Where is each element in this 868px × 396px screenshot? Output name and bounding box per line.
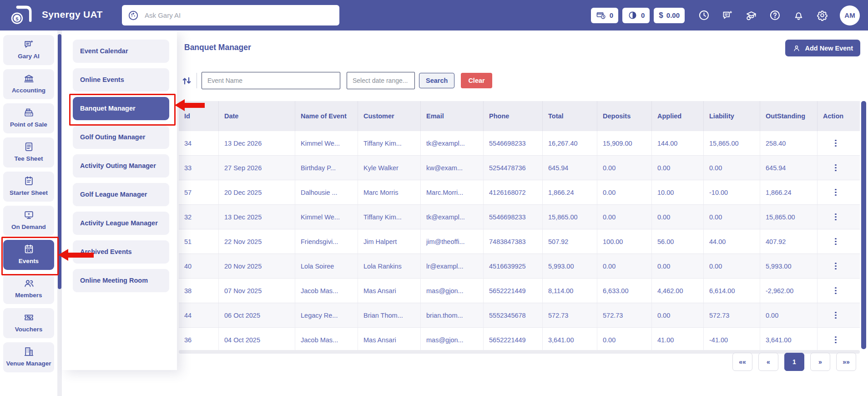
row-actions-button[interactable]: [835, 263, 837, 270]
cell-date: 13 Dec 2025: [219, 205, 295, 229]
event-name-input[interactable]: [202, 72, 340, 89]
search-button[interactable]: Search: [419, 73, 454, 88]
cell-total: 3,641.00: [543, 328, 597, 352]
column-header-date: Date: [219, 101, 295, 131]
cell-liability: -10.00: [704, 180, 760, 204]
cell-email: jim@theoffi...: [421, 229, 484, 254]
pagination-first[interactable]: ««: [732, 353, 752, 371]
header-badge-card-clock-icon[interactable]: 0: [591, 8, 618, 23]
cell-liability: 15,865.00: [704, 131, 760, 155]
ask-gary-search[interactable]: [122, 5, 339, 25]
cell-total: 15,865.00: [543, 205, 597, 229]
cell-email: kw@exam...: [421, 156, 484, 180]
cell-phone: 5552345678: [484, 303, 543, 327]
row-actions-button[interactable]: [835, 189, 837, 196]
gary-ai-icon: [127, 10, 139, 21]
cell-customer: Marc Morris: [358, 180, 421, 204]
feedback-icon[interactable]: [722, 9, 734, 21]
cell-name-of-event: Jacob Mas...: [295, 279, 358, 303]
row-actions-button[interactable]: [835, 238, 837, 245]
column-header-deposits: Deposits: [597, 101, 652, 131]
card-clock-icon: [596, 10, 606, 20]
ask-gary-input[interactable]: [144, 11, 334, 20]
cell-liability: 0.00: [704, 156, 760, 180]
avatar[interactable]: AM: [840, 5, 860, 25]
reset-filters-icon[interactable]: [181, 75, 193, 87]
sidebar-scrollbar-thumb[interactable]: [58, 34, 61, 289]
sidebar-item-starter-sheet[interactable]: Starter Sheet: [3, 172, 54, 202]
header-badge-dollar-icon[interactable]: $0.00: [654, 8, 685, 23]
add-new-event-button[interactable]: Add New Event: [785, 40, 860, 56]
submenu-item-archived-events[interactable]: Archived Events: [73, 240, 169, 264]
sidebar-item-members[interactable]: Members: [3, 274, 54, 304]
sidebar-item-gary-ai[interactable]: Gary AI: [3, 35, 54, 65]
sidebar-item-on-demand[interactable]: On Demand: [3, 206, 54, 236]
submenu-item-banquet-manager[interactable]: Banquet Manager: [73, 97, 169, 120]
pagination-next[interactable]: »: [810, 353, 830, 371]
column-header-liability: Liability: [704, 101, 760, 131]
cell-action: [818, 254, 860, 278]
pagination-prev[interactable]: «: [758, 353, 778, 371]
row-actions-button[interactable]: [835, 287, 837, 294]
cell-id: 57: [179, 180, 219, 204]
row-actions-button[interactable]: [835, 213, 837, 221]
date-range-input[interactable]: [347, 72, 415, 89]
submenu-item-label: Archived Events: [80, 248, 132, 255]
cell-applied: 0.00: [652, 254, 704, 278]
cell-outstanding: 1,866.24: [760, 180, 818, 204]
cell-date: 27 Sep 2026: [219, 156, 295, 180]
cell-applied: 41.00: [652, 328, 704, 352]
sidebar-item-vouchers[interactable]: Vouchers: [3, 308, 54, 338]
cell-outstanding: 15,865.00: [760, 205, 818, 229]
row-actions-button[interactable]: [835, 164, 837, 172]
sidebar-item-point-of-sale[interactable]: Point of Sale: [3, 103, 54, 133]
cell-liability: 6,614.00: [704, 279, 760, 303]
person-icon: [792, 44, 801, 52]
history-icon[interactable]: [698, 9, 710, 21]
cell-action: [818, 205, 860, 229]
help-icon[interactable]: [769, 9, 781, 21]
submenu-item-event-calendar[interactable]: Event Calendar: [73, 40, 169, 63]
header-badge-half-circle-icon[interactable]: 0: [622, 8, 650, 23]
cell-email: tk@exampl...: [421, 205, 484, 229]
column-header-name-of-event: Name of Event: [295, 101, 358, 131]
submenu-item-golf-outing-manager[interactable]: Golf Outing Manager: [73, 126, 169, 149]
sidebar-item-events[interactable]: Events: [3, 240, 54, 270]
submenu-item-golf-league-manager[interactable]: Golf League Manager: [73, 183, 169, 206]
cell-email: mas@gjon...: [421, 279, 484, 303]
row-actions-button[interactable]: [835, 140, 837, 147]
row-actions-button[interactable]: [835, 312, 837, 319]
cell-customer: Brian Thom...: [358, 303, 421, 327]
notifications-icon[interactable]: [792, 9, 805, 21]
cell-applied: 0.00: [652, 156, 704, 180]
cell-id: 36: [179, 328, 219, 352]
cell-customer: Mas Ansari: [358, 279, 421, 303]
submenu-item-activity-league-manager[interactable]: Activity League Manager: [73, 212, 169, 235]
cell-liability: 0.00: [704, 254, 760, 278]
sidebar-item-accounting[interactable]: Accounting: [3, 69, 54, 99]
sidebar-scrollbar[interactable]: [57, 30, 62, 396]
pagination: «««1»»»: [732, 353, 856, 371]
app-title: Synergy UAT: [42, 9, 103, 20]
submenu-item-label: Banquet Manager: [80, 105, 136, 112]
submenu-item-activity-outing-manager[interactable]: Activity Outing Manager: [73, 154, 169, 178]
cell-deposits: 15,909.00: [597, 131, 652, 155]
sidebar-item-venue-manager[interactable]: Venue Manager: [3, 342, 54, 372]
sidebar-item-tee-sheet[interactable]: Tee Sheet: [3, 137, 54, 168]
badge-value: 0: [641, 11, 645, 19]
cell-total: 1,866.24: [543, 180, 597, 204]
clear-button[interactable]: Clear: [461, 73, 492, 88]
pagination-last[interactable]: »»: [836, 353, 856, 371]
row-actions-button[interactable]: [835, 336, 837, 344]
cell-id: 34: [179, 131, 219, 155]
submenu-item-online-events[interactable]: Online Events: [73, 68, 169, 91]
pagination-page-1[interactable]: 1: [784, 353, 804, 371]
settings-icon[interactable]: [816, 9, 828, 21]
submenu-item-online-meeting-room[interactable]: Online Meeting Room: [73, 269, 169, 292]
cell-action: [818, 328, 860, 352]
cell-name-of-event: Birthday P...: [295, 156, 358, 180]
table-scrollbar-thumb[interactable]: [861, 101, 866, 349]
cell-name-of-event: Friendsgivi...: [295, 229, 358, 254]
top-header: s Synergy UAT 00$0.00 AM: [0, 0, 868, 30]
training-icon[interactable]: [745, 9, 757, 21]
